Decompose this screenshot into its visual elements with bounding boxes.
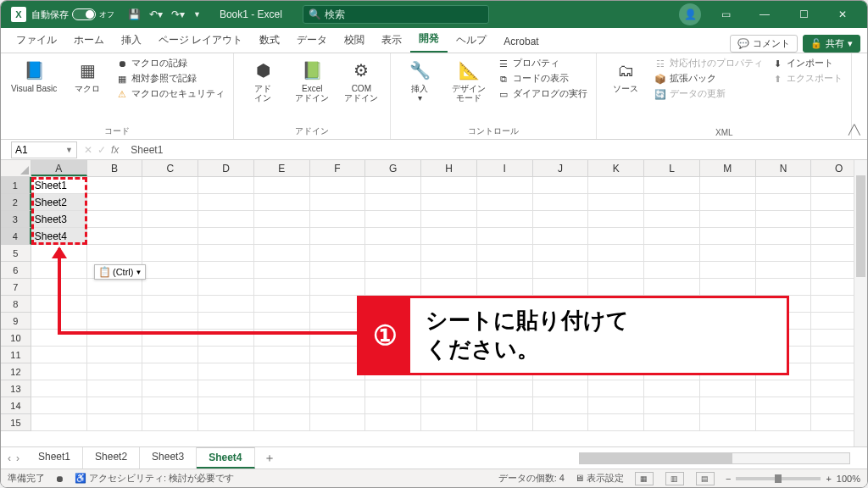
row-header[interactable]: 10	[1, 330, 31, 347]
cell[interactable]: Sheet2	[31, 194, 87, 211]
cell[interactable]	[310, 262, 366, 279]
comments-button[interactable]: 💬コメント	[730, 35, 798, 53]
cell[interactable]	[198, 296, 254, 313]
cell[interactable]	[198, 262, 254, 279]
cell[interactable]	[142, 211, 198, 228]
cell[interactable]: Sheet3	[31, 211, 87, 228]
row-header[interactable]: 12	[1, 363, 31, 380]
cell[interactable]	[533, 397, 589, 414]
cell[interactable]	[756, 194, 812, 211]
cell[interactable]	[477, 177, 533, 194]
cell[interactable]	[254, 245, 310, 262]
row-header[interactable]: 14	[1, 397, 31, 414]
cell[interactable]	[365, 380, 421, 397]
cell[interactable]	[254, 363, 310, 380]
cell[interactable]	[87, 228, 143, 245]
col-header[interactable]: M	[700, 160, 756, 176]
zoom-slider[interactable]	[736, 477, 821, 480]
horizontal-scrollbar[interactable]	[579, 452, 850, 464]
cell[interactable]	[198, 313, 254, 330]
cell[interactable]	[310, 414, 366, 431]
row-header[interactable]: 9	[1, 313, 31, 330]
sheet-tab[interactable]: Sheet1	[26, 447, 83, 469]
cell[interactable]	[142, 347, 198, 363]
redo-icon[interactable]: ↷▾	[171, 8, 185, 20]
cell[interactable]	[700, 211, 756, 228]
cell[interactable]	[198, 347, 254, 363]
excel-addins-button[interactable]: 📗Excel アドイン	[292, 57, 332, 104]
col-header[interactable]: A	[31, 160, 87, 176]
display-settings-button[interactable]: 🖥 表示設定	[575, 472, 624, 485]
cell[interactable]	[365, 211, 421, 228]
tab-developer[interactable]: 開発	[410, 27, 448, 53]
cell[interactable]	[588, 262, 644, 279]
cell[interactable]	[756, 177, 812, 194]
cell[interactable]	[756, 262, 812, 279]
collapse-ribbon-icon[interactable]: ╱╲	[849, 125, 860, 136]
cell[interactable]	[198, 228, 254, 245]
cell[interactable]	[87, 211, 143, 228]
sheet-tab[interactable]: Sheet3	[140, 447, 197, 469]
cell[interactable]	[87, 279, 143, 296]
cell[interactable]	[700, 262, 756, 279]
cell[interactable]	[254, 211, 310, 228]
page-layout-view-button[interactable]: ▥	[665, 472, 684, 485]
row-header[interactable]: 15	[1, 414, 31, 431]
col-header[interactable]: D	[198, 160, 254, 176]
cell[interactable]	[644, 245, 700, 262]
col-header[interactable]: L	[644, 160, 700, 176]
cell[interactable]	[756, 397, 812, 414]
row-header[interactable]: 4	[1, 228, 31, 245]
visual-basic-button[interactable]: 📘Visual Basic	[9, 57, 58, 95]
cell[interactable]	[533, 228, 589, 245]
cell[interactable]	[477, 194, 533, 211]
macros-button[interactable]: ▦マクロ	[67, 57, 108, 95]
cell[interactable]	[588, 177, 644, 194]
cell[interactable]	[588, 245, 644, 262]
cell[interactable]	[87, 296, 143, 313]
maximize-icon[interactable]: ☐	[784, 1, 823, 28]
record-macro-button[interactable]: ⏺マクロの記録	[116, 57, 225, 70]
cell[interactable]	[142, 397, 198, 414]
minimize-icon[interactable]: —	[745, 1, 784, 28]
zoom-control[interactable]: − + 100%	[726, 474, 860, 484]
cell[interactable]	[142, 228, 198, 245]
scrollbar-thumb[interactable]	[580, 453, 732, 463]
chevron-down-icon[interactable]: ▼	[135, 269, 142, 276]
cell[interactable]	[477, 380, 533, 397]
cell[interactable]	[254, 414, 310, 431]
fx-icon[interactable]: fx	[111, 144, 119, 156]
accessibility-status[interactable]: ♿ アクセシビリティ: 検討が必要です	[75, 472, 234, 485]
tab-page-layout[interactable]: ページ レイアウト	[150, 29, 251, 53]
cell[interactable]	[310, 380, 366, 397]
col-header[interactable]: J	[533, 160, 589, 176]
com-addins-button[interactable]: ⚙COM アドイン	[341, 57, 381, 104]
tab-help[interactable]: ヘルプ	[448, 29, 495, 53]
cell[interactable]	[365, 228, 421, 245]
cell[interactable]	[644, 262, 700, 279]
row-header[interactable]: 11	[1, 347, 31, 363]
cell[interactable]	[588, 211, 644, 228]
cell[interactable]: Sheet4	[31, 228, 87, 245]
toggle-off-icon[interactable]	[72, 8, 96, 20]
cell[interactable]	[421, 194, 477, 211]
cell[interactable]	[310, 177, 366, 194]
cell[interactable]	[421, 262, 477, 279]
cell[interactable]	[87, 347, 143, 363]
cell[interactable]	[87, 380, 143, 397]
cell[interactable]	[87, 177, 143, 194]
cell[interactable]	[421, 245, 477, 262]
cell[interactable]	[87, 194, 143, 211]
autosave-toggle[interactable]: 自動保存 オフ	[31, 8, 114, 21]
cell[interactable]	[477, 414, 533, 431]
macro-security-button[interactable]: ⚠マクロのセキュリティ	[116, 87, 225, 101]
cell[interactable]	[365, 262, 421, 279]
cell[interactable]	[198, 194, 254, 211]
cancel-icon[interactable]: ✕	[84, 144, 92, 156]
cell[interactable]	[310, 245, 366, 262]
cell[interactable]	[142, 313, 198, 330]
cell[interactable]	[142, 296, 198, 313]
cell[interactable]	[365, 177, 421, 194]
cell[interactable]	[198, 177, 254, 194]
worksheet-grid[interactable]: ABCDEFGHIJKLMNO 📋(Ctrl)▼ ① シートに貼り付けて くださ…	[1, 160, 867, 446]
